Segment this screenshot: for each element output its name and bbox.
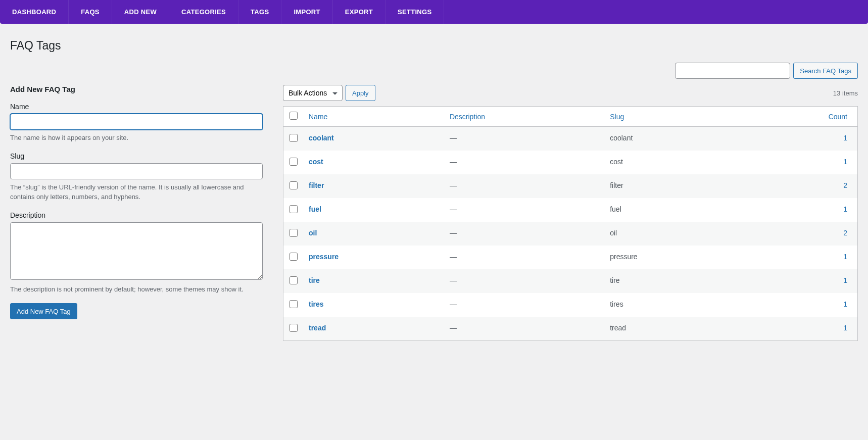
slug-help: The “slug” is the URL-friendly version o…	[10, 182, 263, 202]
tag-count-link[interactable]: 2	[843, 229, 847, 237]
nav-settings[interactable]: SETTINGS	[385, 0, 444, 24]
top-nav: DASHBOARD FAQS ADD NEW CATEGORIES TAGS I…	[0, 0, 868, 24]
nav-dashboard[interactable]: DASHBOARD	[0, 0, 69, 24]
tag-name-link[interactable]: fuel	[309, 205, 321, 213]
row-checkbox[interactable]	[290, 205, 298, 213]
tag-name-link[interactable]: pressure	[309, 253, 339, 261]
tag-description: —	[445, 127, 605, 151]
description-input[interactable]	[10, 222, 263, 280]
row-checkbox[interactable]	[290, 276, 298, 284]
row-checkbox[interactable]	[290, 158, 298, 166]
column-header-slug[interactable]: Slug	[605, 107, 737, 127]
column-header-name[interactable]: Name	[304, 107, 445, 127]
tag-slug: filter	[605, 174, 737, 198]
column-header-count[interactable]: Count	[738, 107, 857, 127]
tag-count-link[interactable]: 2	[843, 181, 847, 189]
select-all-checkbox[interactable]	[290, 112, 298, 120]
row-checkbox[interactable]	[290, 253, 298, 261]
table-row: cost—cost1	[283, 151, 857, 174]
slug-input[interactable]	[10, 163, 263, 179]
table-row: tires—tires1	[283, 293, 857, 317]
tag-count-link[interactable]: 1	[843, 324, 847, 332]
tag-description: —	[445, 269, 605, 293]
nav-tags[interactable]: TAGS	[238, 0, 281, 24]
tag-name-link[interactable]: tread	[309, 324, 326, 332]
tag-description: —	[445, 198, 605, 222]
name-help: The name is how it appears on your site.	[10, 133, 263, 143]
row-checkbox[interactable]	[290, 324, 298, 332]
column-header-description[interactable]: Description	[445, 107, 605, 127]
tag-name-link[interactable]: filter	[309, 181, 324, 189]
search-input[interactable]	[675, 63, 790, 79]
tag-name-link[interactable]: cost	[309, 158, 323, 166]
slug-label: Slug	[10, 152, 263, 160]
table-row: pressure—pressure1	[283, 246, 857, 269]
nav-import[interactable]: IMPORT	[281, 0, 332, 24]
name-label: Name	[10, 103, 263, 111]
tag-count-link[interactable]: 1	[843, 253, 847, 261]
table-row: tread—tread1	[283, 317, 857, 340]
tag-slug: tread	[605, 317, 737, 340]
tag-slug: oil	[605, 222, 737, 246]
tag-name-link[interactable]: tire	[309, 276, 320, 284]
apply-button[interactable]: Apply	[346, 85, 375, 101]
tag-count-link[interactable]: 1	[843, 158, 847, 166]
tag-slug: cost	[605, 151, 737, 174]
description-label: Description	[10, 211, 263, 219]
nav-faqs[interactable]: FAQS	[69, 0, 112, 24]
tag-name-link[interactable]: coolant	[309, 134, 334, 142]
tag-description: —	[445, 317, 605, 340]
table-row: coolant—coolant1	[283, 127, 857, 151]
table-row: tire—tire1	[283, 269, 857, 293]
tag-slug: tire	[605, 269, 737, 293]
row-checkbox[interactable]	[290, 229, 298, 237]
row-checkbox[interactable]	[290, 300, 298, 308]
table-row: oil—oil2	[283, 222, 857, 246]
nav-add-new[interactable]: ADD NEW	[112, 0, 169, 24]
tags-table: Name Description Slug Count coolant—cool…	[283, 106, 858, 341]
tag-slug: coolant	[605, 127, 737, 151]
tag-slug: tires	[605, 293, 737, 317]
tag-description: —	[445, 174, 605, 198]
tag-description: —	[445, 246, 605, 269]
row-checkbox[interactable]	[290, 134, 298, 142]
search-button[interactable]: Search FAQ Tags	[793, 63, 858, 79]
nav-categories[interactable]: CATEGORIES	[169, 0, 238, 24]
bulk-actions-select[interactable]: Bulk Actions	[283, 85, 343, 101]
description-help: The description is not prominent by defa…	[10, 284, 263, 295]
tag-description: —	[445, 222, 605, 246]
page-title: FAQ Tags	[10, 39, 858, 53]
tag-name-link[interactable]: oil	[309, 229, 317, 237]
tag-description: —	[445, 293, 605, 317]
items-count: 13 items	[833, 89, 858, 97]
form-section-title: Add New FAQ Tag	[10, 85, 263, 93]
tag-count-link[interactable]: 1	[843, 276, 847, 284]
tag-count-link[interactable]: 1	[843, 134, 847, 142]
tag-count-link[interactable]: 1	[843, 205, 847, 213]
nav-export[interactable]: EXPORT	[333, 0, 385, 24]
tag-slug: fuel	[605, 198, 737, 222]
tag-slug: pressure	[605, 246, 737, 269]
name-input[interactable]	[10, 114, 263, 130]
table-row: filter—filter2	[283, 174, 857, 198]
add-new-tag-button[interactable]: Add New FAQ Tag	[10, 303, 77, 319]
row-checkbox[interactable]	[290, 181, 298, 189]
tag-description: —	[445, 151, 605, 174]
tag-name-link[interactable]: tires	[309, 300, 324, 308]
tag-count-link[interactable]: 1	[843, 300, 847, 308]
table-row: fuel—fuel1	[283, 198, 857, 222]
